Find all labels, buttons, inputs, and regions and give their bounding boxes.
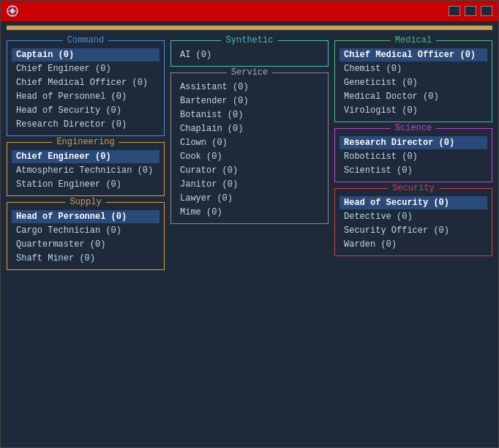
job-item[interactable]: Head of Personnel (0): [12, 210, 160, 223]
job-item[interactable]: Curator (0): [176, 164, 323, 177]
job-item[interactable]: Cargo Technician (0): [12, 224, 160, 237]
job-item[interactable]: Janitor (0): [176, 178, 323, 191]
group-synthetic: SyntheticAI (0): [170, 40, 329, 67]
minimize-button[interactable]: [449, 6, 460, 16]
group-supply: SupplyHead of Personnel (0)Cargo Technic…: [7, 202, 165, 270]
job-item[interactable]: Geneticist (0): [339, 76, 487, 89]
job-item[interactable]: Captain (0): [12, 48, 160, 61]
group-label-service: Service: [227, 67, 272, 78]
job-item[interactable]: Chief Engineer (0): [12, 62, 160, 75]
group-label-synthetic: Synthetic: [222, 35, 278, 45]
job-item[interactable]: Clown (0): [176, 136, 323, 149]
job-item[interactable]: Lawyer (0): [176, 192, 323, 205]
title-bar: [1, 1, 498, 21]
group-label-supply: Supply: [65, 197, 105, 207]
job-item[interactable]: Assistant (0): [176, 81, 323, 94]
job-item[interactable]: Detective (0): [339, 210, 487, 223]
app-icon: [7, 5, 18, 17]
job-item[interactable]: AI (0): [176, 48, 323, 61]
middle-column: SyntheticAI (0)ServiceAssistant (0)Barte…: [170, 40, 329, 441]
job-item[interactable]: Chaplain (0): [176, 122, 323, 135]
job-item[interactable]: Chief Engineer (0): [12, 150, 160, 163]
round-duration-bar: [7, 26, 492, 30]
group-security: SecurityHead of Security (0)Detective (0…: [334, 188, 492, 256]
job-item[interactable]: Head of Security (0): [12, 104, 160, 117]
job-item[interactable]: Head of Security (0): [339, 196, 487, 209]
group-command: CommandCaptain (0)Chief Engineer (0)Chie…: [7, 40, 165, 136]
job-item[interactable]: Chemist (0): [339, 62, 487, 75]
job-item[interactable]: Atmospheric Technician (0): [12, 164, 160, 177]
job-item[interactable]: Chief Medical Officer (0): [339, 48, 487, 61]
window-content: CommandCaptain (0)Chief Engineer (0)Chie…: [1, 21, 498, 447]
group-label-security: Security: [388, 183, 439, 193]
job-item[interactable]: Station Engineer (0): [12, 178, 160, 191]
job-item[interactable]: Shaft Miner (0): [12, 252, 160, 265]
job-item[interactable]: Mime (0): [176, 206, 323, 219]
group-science: ScienceResearch Director (0)Roboticist (…: [334, 128, 492, 182]
left-column: CommandCaptain (0)Chief Engineer (0)Chie…: [7, 40, 165, 441]
group-label-medical: Medical: [391, 35, 436, 45]
job-item[interactable]: Chief Medical Officer (0): [12, 76, 160, 89]
job-item[interactable]: Medical Doctor (0): [339, 90, 487, 103]
maximize-button[interactable]: [465, 6, 476, 16]
job-item[interactable]: Research Director (0): [339, 136, 487, 149]
job-item[interactable]: Warden (0): [339, 238, 487, 251]
group-medical: MedicalChief Medical Officer (0)Chemist …: [334, 40, 492, 122]
main-window: CommandCaptain (0)Chief Engineer (0)Chie…: [0, 0, 499, 448]
right-column: MedicalChief Medical Officer (0)Chemist …: [334, 40, 492, 441]
job-item[interactable]: Quartermaster (0): [12, 238, 160, 251]
columns-container: CommandCaptain (0)Chief Engineer (0)Chie…: [7, 40, 492, 441]
job-item[interactable]: Cook (0): [176, 150, 323, 163]
job-item[interactable]: Security Officer (0): [339, 224, 487, 237]
close-button[interactable]: [481, 6, 492, 16]
group-label-science: Science: [391, 123, 436, 133]
job-item[interactable]: Bartender (0): [176, 94, 323, 108]
group-engineering: EngineeringChief Engineer (0)Atmospheric…: [7, 142, 165, 196]
job-item[interactable]: Head of Personnel (0): [12, 90, 160, 103]
window-controls: [449, 6, 492, 16]
group-label-engineering: Engineering: [52, 137, 119, 147]
job-item[interactable]: Botanist (0): [176, 108, 323, 122]
svg-point-1: [10, 9, 15, 13]
job-item[interactable]: Virologist (0): [339, 104, 487, 117]
group-label-command: Command: [63, 35, 108, 45]
job-item[interactable]: Scientist (0): [339, 164, 487, 177]
job-item[interactable]: Roboticist (0): [339, 150, 487, 163]
group-service: ServiceAssistant (0)Bartender (0)Botanis…: [170, 72, 329, 224]
job-item[interactable]: Research Director (0): [12, 118, 160, 131]
